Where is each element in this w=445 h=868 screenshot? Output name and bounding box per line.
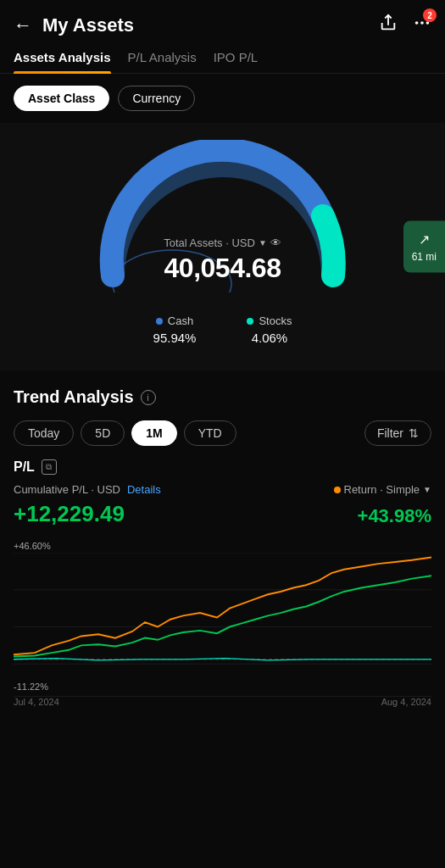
gauge-container: Total Assets · USD ▼ 👁 40,054.68	[87, 140, 359, 292]
legend-stocks: Stocks 4.06%	[247, 314, 292, 345]
notification-badge: 2	[423, 8, 437, 22]
back-button[interactable]: ←	[14, 14, 32, 36]
side-card[interactable]: ↗ 61 mi	[403, 221, 445, 273]
tabs-row: Assets Analysis P/L Analysis IPO P/L	[0, 47, 445, 74]
chart-label-top: +46.60%	[14, 541, 51, 551]
cash-dot	[156, 318, 163, 325]
pl-values-row: +12,229.49 +43.98%	[14, 501, 431, 527]
more-icon[interactable]: 2	[413, 14, 431, 36]
gauge-label: Total Assets · USD ▼ 👁	[130, 236, 316, 249]
pl-pct: +43.98%	[358, 505, 431, 527]
filter-icon: ⇅	[409, 426, 419, 440]
side-card-label: 61 mi	[412, 251, 437, 263]
chart-svg	[14, 553, 431, 701]
svg-point-1	[415, 21, 419, 25]
pl-title: P/L	[14, 459, 35, 475]
details-link[interactable]: Details	[127, 483, 161, 496]
assets-chart-area: Total Assets · USD ▼ 👁 40,054.68 Cash 95…	[0, 123, 445, 370]
trend-line-chart: +46.60% -11.22% Jul 4, 2024 Aug 4, 2024	[14, 541, 431, 710]
gauge-value: 40,054.68	[130, 253, 316, 284]
return-dot	[334, 487, 341, 493]
filter-currency[interactable]: Currency	[118, 86, 195, 111]
header: ← My Assets 2	[0, 0, 445, 47]
trend-title: Trend Analysis	[14, 387, 134, 407]
period-row: Today 5D 1M YTD Filter ⇅	[14, 420, 431, 446]
filter-row: Asset Class Currency	[0, 74, 445, 123]
pl-sub-row: Cumulative P/L · USD Details Return · Si…	[14, 483, 431, 496]
legend-cash: Cash 95.94%	[153, 314, 197, 345]
tab-ipo-pl[interactable]: IPO P/L	[214, 50, 259, 73]
tab-pl-analysis[interactable]: P/L Analysis	[128, 50, 197, 73]
pl-header: P/L ⧉	[14, 459, 431, 475]
dropdown-icon: ▼	[259, 238, 267, 248]
header-icons: 2	[379, 14, 431, 36]
stocks-dot	[247, 318, 253, 325]
chart-date-start: Jul 4, 2024	[14, 697, 59, 707]
copy-icon[interactable]: ⧉	[42, 459, 57, 475]
gauge-info: Total Assets · USD ▼ 👁 40,054.68	[130, 236, 316, 284]
period-5d[interactable]: 5D	[81, 420, 125, 446]
return-label: Return · Simple ▼	[334, 483, 432, 496]
share-icon[interactable]	[379, 14, 398, 36]
tab-assets-analysis[interactable]: Assets Analysis	[14, 50, 111, 73]
cumulative-label: Cumulative P/L · USD	[14, 483, 120, 496]
chart-filter-button[interactable]: Filter ⇅	[364, 420, 431, 446]
svg-point-2	[420, 21, 424, 25]
pl-value: +12,229.49	[14, 501, 125, 527]
page-title: My Assets	[42, 14, 379, 36]
period-today[interactable]: Today	[14, 420, 74, 446]
period-1m[interactable]: 1M	[131, 420, 176, 446]
trend-info-icon[interactable]: i	[141, 390, 156, 405]
period-ytd[interactable]: YTD	[184, 420, 236, 446]
navigation-icon: ↗	[419, 231, 430, 248]
filter-asset-class[interactable]: Asset Class	[14, 86, 109, 111]
legend-row: Cash 95.94% Stocks 4.06%	[14, 314, 431, 345]
eye-icon[interactable]: 👁	[270, 236, 281, 249]
chart-date-end: Aug 4, 2024	[381, 697, 431, 707]
trend-section: Trend Analysis i Today 5D 1M YTD Filter …	[0, 370, 445, 710]
return-dropdown-icon: ▼	[423, 485, 431, 494]
trend-header: Trend Analysis i	[14, 387, 431, 407]
